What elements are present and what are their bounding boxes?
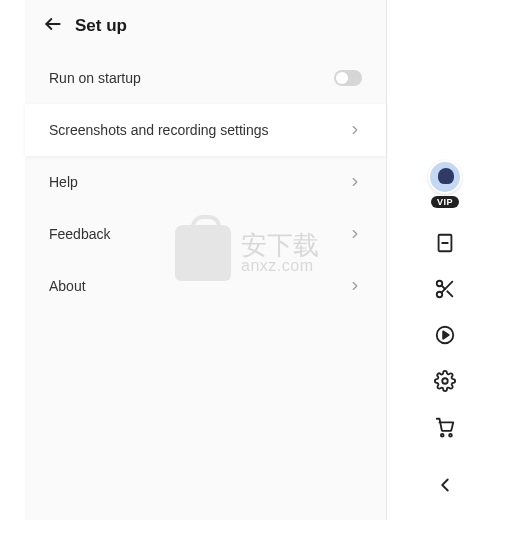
gear-icon[interactable] [434, 370, 456, 392]
scissors-icon[interactable] [434, 278, 456, 300]
row-label: Run on startup [49, 70, 334, 86]
row-label: Screenshots and recording settings [49, 122, 348, 138]
back-icon[interactable] [43, 14, 63, 38]
svg-point-12 [449, 434, 452, 437]
svg-point-10 [442, 378, 448, 384]
row-label: Feedback [49, 226, 348, 242]
svg-marker-9 [443, 331, 449, 338]
document-icon[interactable] [434, 232, 456, 254]
row-run-on-startup[interactable]: Run on startup [25, 52, 386, 104]
chevron-right-icon [348, 123, 362, 137]
right-sidebar: VIP [421, 160, 469, 496]
row-screenshots-recording[interactable]: Screenshots and recording settings [25, 104, 386, 156]
settings-panel: Set up Run on startup Screenshots and re… [25, 0, 387, 520]
chevron-right-icon [348, 279, 362, 293]
chevron-right-icon [348, 175, 362, 189]
page-title: Set up [75, 16, 127, 36]
user-avatar[interactable] [428, 160, 462, 194]
vip-badge: VIP [431, 196, 459, 208]
row-about[interactable]: About [25, 260, 386, 312]
row-help[interactable]: Help [25, 156, 386, 208]
row-label: About [49, 278, 348, 294]
chevron-right-icon [348, 227, 362, 241]
play-circle-icon[interactable] [434, 324, 456, 346]
toggle-run-on-startup[interactable] [334, 70, 362, 86]
row-label: Help [49, 174, 348, 190]
cart-icon[interactable] [434, 416, 456, 438]
avatar-block[interactable]: VIP [428, 160, 462, 208]
svg-point-11 [441, 434, 444, 437]
svg-line-6 [447, 291, 452, 296]
svg-line-7 [441, 285, 445, 289]
collapse-left-icon[interactable] [434, 474, 456, 496]
header: Set up [25, 0, 386, 52]
row-feedback[interactable]: Feedback [25, 208, 386, 260]
